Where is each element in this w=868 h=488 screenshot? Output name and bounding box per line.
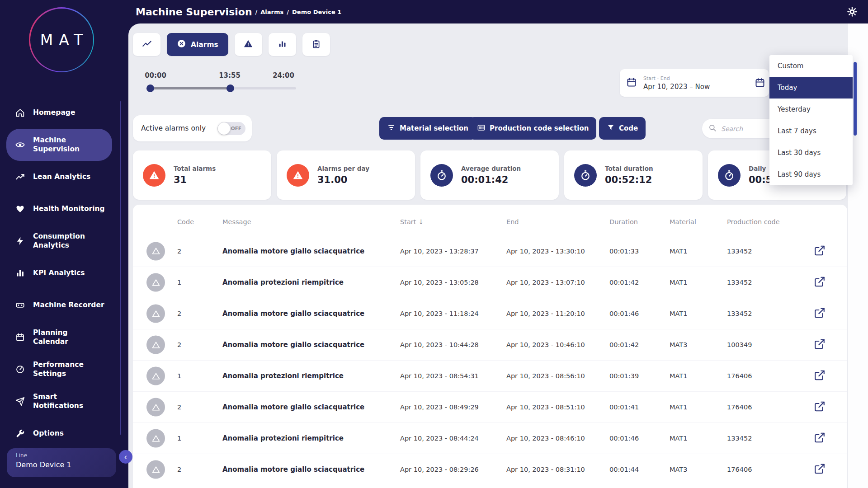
open-alarm-button[interactable] — [814, 307, 826, 320]
sidebar-item-label: Machine Supervision — [33, 136, 92, 154]
stat-total-alarms: Total alarms 31 — [133, 150, 271, 200]
tab-statistics[interactable] — [269, 33, 296, 56]
open-alarm-button[interactable] — [814, 276, 826, 289]
sidebar-item-machine-recorder[interactable]: Machine Recorder — [6, 289, 112, 321]
date-range-texts: Start - End Apr 10, 2023 – Now — [643, 75, 710, 91]
sidebar-item-machine-supervision[interactable]: Machine Supervision — [6, 129, 112, 161]
device-selector[interactable]: Line Demo Device 1 — [7, 448, 116, 477]
cell-production-code: 133452 — [727, 279, 752, 286]
sidebar-item-lean-analytics[interactable]: Lean Analytics — [6, 161, 112, 193]
stat-label: Alarms per day — [317, 165, 369, 172]
time-slider[interactable] — [148, 87, 296, 89]
column-header-start[interactable]: Start ↓ — [400, 218, 424, 225]
logo-text: MAT — [40, 31, 89, 49]
stat-value: 00:5 — [749, 174, 772, 185]
menu-item-custom[interactable]: Custom — [769, 55, 853, 77]
sidebar-item-consumption-analytics[interactable]: Consumption Analytics — [6, 225, 112, 257]
code-filter-button[interactable]: Code — [599, 117, 646, 140]
menu-item-last-90-days[interactable]: Last 90 days — [769, 164, 853, 185]
tab-trend-chart[interactable] — [133, 33, 160, 56]
cell-message: Anomalia motore giallo sciacquatrice — [222, 247, 364, 255]
cell-production-code: 100349 — [727, 341, 752, 348]
production-code-selection-button[interactable]: Production code selection — [469, 117, 596, 140]
open-alarm-button[interactable] — [814, 401, 826, 414]
cell-message: Anomalia protezioni riempitrice — [222, 434, 344, 442]
date-range-picker[interactable]: Start - End Apr 10, 2023 – Now — [620, 69, 769, 97]
cell-code: 2 — [177, 466, 181, 473]
column-header-code[interactable]: Code — [177, 218, 194, 225]
sidebar-item-options[interactable]: Options — [6, 418, 112, 450]
cell-duration: 00:01:39 — [609, 372, 639, 380]
stat-value: 00:01:42 — [461, 174, 521, 185]
open-alarm-button[interactable] — [814, 338, 826, 352]
menu-item-last-7-days[interactable]: Last 7 days — [769, 120, 853, 142]
cell-duration: 00:01:41 — [609, 404, 639, 411]
cell-start: Apr 10, 2023 - 13:28:37 — [400, 248, 479, 255]
sidebar-item-label: Performance Settings — [33, 361, 92, 378]
open-alarm-button[interactable] — [814, 463, 826, 476]
tab-alarms[interactable]: Alarms — [167, 33, 228, 56]
tab-report[interactable] — [302, 33, 330, 56]
toggle-state-label: OFF — [231, 126, 241, 131]
sidebar-item-label: Homepage — [33, 108, 112, 117]
sidebar-scrollbar[interactable] — [120, 101, 121, 435]
sidebar-item-health-monitoring[interactable]: Health Monitoring — [6, 193, 112, 225]
column-header-production-code[interactable]: Production code — [727, 218, 780, 225]
column-header-material[interactable]: Material — [670, 218, 696, 225]
menu-item-last-30-days[interactable]: Last 30 days — [769, 142, 853, 164]
cell-end: Apr 10, 2023 - 08:51:10 — [506, 404, 585, 411]
stat-label: Daily — [749, 165, 772, 172]
calendar-icon — [755, 77, 765, 90]
page-scrollbar[interactable] — [854, 62, 857, 136]
cell-duration: 00:01:42 — [609, 341, 639, 348]
date-preset-menu: Custom Today Yesterday Last 7 days Last … — [769, 55, 853, 185]
cell-duration: 00:01:33 — [609, 248, 639, 255]
tab-warnings[interactable] — [235, 33, 262, 56]
cell-code: 1 — [177, 372, 181, 380]
cell-end: Apr 10, 2023 - 13:30:10 — [506, 248, 585, 255]
external-link-icon — [814, 282, 826, 289]
wrench-icon — [15, 429, 25, 438]
cell-start: Apr 10, 2023 - 08:44:24 — [400, 435, 479, 442]
material-selection-button[interactable]: Material selection — [379, 117, 476, 140]
logo-circle: MAT — [30, 9, 93, 71]
settings-gear-button[interactable] — [846, 6, 858, 18]
column-header-message[interactable]: Message — [222, 218, 251, 225]
breadcrumb-device[interactable]: Demo Device 1 — [292, 9, 341, 15]
sidebar-collapse-button[interactable]: ‹ — [119, 450, 132, 464]
sidebar-item-planning-calendar[interactable]: Planning Calendar — [6, 321, 112, 353]
stat-value: 31 — [174, 174, 216, 185]
column-header-duration[interactable]: Duration — [609, 218, 638, 225]
sidebar-item-kpi-analytics[interactable]: KPI Analytics — [6, 257, 112, 289]
open-alarm-button[interactable] — [814, 370, 826, 383]
sidebar-item-smart-notifications[interactable]: Smart Notifications — [6, 385, 112, 418]
bar-chart-icon — [15, 268, 25, 278]
breadcrumb-alarms[interactable]: Alarms — [260, 9, 283, 15]
top-header: Machine Supervision / Alarms / Demo Devi… — [128, 0, 868, 23]
slider-handle-start[interactable] — [146, 84, 154, 92]
menu-item-today[interactable]: Today — [769, 77, 853, 99]
tab-alarms-label: Alarms — [191, 41, 218, 49]
device-name: Demo Device 1 — [16, 460, 116, 469]
menu-item-yesterday[interactable]: Yesterday — [769, 99, 853, 120]
sidebar: MAT Homepage Machine Supervision — [0, 0, 128, 488]
external-link-icon — [814, 251, 826, 258]
cell-message: Anomalia motore giallo sciacquatrice — [222, 465, 364, 474]
open-alarm-button[interactable] — [814, 244, 826, 258]
cell-production-code: 176406 — [727, 466, 752, 473]
active-alarms-toggle[interactable]: OFF — [217, 122, 245, 135]
active-alarms-label: Active alarms only — [141, 124, 206, 132]
cell-message: Anomalia motore giallo sciacquatrice — [222, 403, 364, 411]
sidebar-item-label: KPI Analytics — [33, 269, 112, 277]
stats-row: Total alarms 31 Alarms per day 31.00 A — [133, 150, 846, 200]
sidebar-item-performance-settings[interactable]: Performance Settings — [6, 353, 112, 385]
cell-material: MAT3 — [670, 466, 687, 473]
sidebar-item-homepage[interactable]: Homepage — [6, 97, 112, 129]
alarm-type-icon — [146, 367, 165, 385]
slider-handle-end[interactable] — [226, 84, 234, 92]
external-link-icon — [814, 376, 826, 383]
open-alarm-button[interactable] — [814, 432, 826, 445]
column-header-end[interactable]: End — [506, 218, 519, 225]
barcode-icon — [477, 123, 486, 134]
cell-production-code: 176406 — [727, 372, 752, 380]
